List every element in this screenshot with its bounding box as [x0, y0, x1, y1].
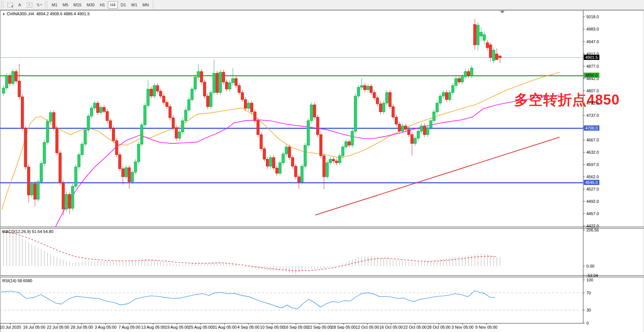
time-axis-label: 16 Jul 05:00	[23, 325, 45, 329]
time-axis-label: 22 Sep 05:00	[307, 325, 332, 329]
rsi-scale-label: 30	[586, 308, 591, 312]
time-axis-label: 28 Sep 05:00	[331, 325, 355, 329]
price-tag-support-blue: 4700.0	[584, 125, 599, 131]
time-axis-label: 7 Aug 05:00	[119, 325, 141, 329]
price-axis-label: 5018.0	[586, 15, 599, 19]
time-axis-label: 16 Oct 05:00	[380, 325, 403, 329]
macd-scale-label: 0.00	[586, 264, 594, 268]
macd-scale-label: 206.56	[586, 228, 599, 232]
price-axis-label: 4772.0	[586, 101, 599, 105]
time-axis-line	[0, 323, 583, 323]
rsi-line	[1, 291, 495, 309]
axis-ticks	[10, 17, 585, 325]
price-axis-label: 4597.0	[586, 162, 599, 167]
chart-title: ▼CHINA300-,H4 4894.2 4908.6 4886.4 4901.…	[2, 12, 90, 16]
time-axis-label: 28 Oct 05:00	[427, 325, 451, 329]
price-axis-label: 4983.0	[586, 27, 599, 31]
chart-canvas[interactable]	[0, 0, 644, 332]
price-axis-label: 4667.0	[586, 138, 599, 142]
time-axis-label: 22 Jul 05:00	[47, 325, 69, 329]
rsi-scale-label: 0	[586, 321, 589, 325]
symbol-dropdown-caret-icon[interactable]: ▼	[2, 13, 5, 16]
macd-scale-label: -53.04	[586, 273, 598, 278]
price-tag-current-price: 4901.5	[584, 55, 599, 60]
time-axis-label: 13 Aug 05:00	[141, 325, 165, 329]
time-axis-label: 10 Sep 05:00	[260, 325, 284, 329]
mt4-chart-screen: { "toolbar": { "tools": [ {"name": "fibo…	[0, 0, 644, 332]
trendline[interactable]	[315, 137, 560, 215]
price-axis-label: 4807.0	[586, 89, 599, 93]
price-axis-line	[583, 10, 583, 323]
time-axis-label: 3 Nov 05:00	[451, 325, 473, 329]
time-axis-label: 3 Aug 05:00	[95, 325, 117, 329]
time-axis-label: 16 Sep 05:00	[284, 325, 308, 329]
price-axis-label: 4457.0	[586, 211, 599, 216]
time-axis-label: 12 Oct 05:00	[356, 325, 379, 329]
macd-layer	[2, 230, 500, 274]
panel-separator[interactable]	[0, 275, 644, 277]
rsi-layer	[0, 291, 583, 310]
price-axis-label: 4632.0	[586, 150, 599, 154]
price-axis-label: 4562.0	[586, 175, 599, 179]
rsi-scale-label: 100	[586, 278, 593, 282]
time-axis-label: 4 Sep 05:00	[237, 325, 259, 329]
time-axis-label: 19 Aug 05:00	[165, 325, 189, 329]
time-axis-label: 9 Nov 05:00	[475, 325, 497, 329]
ohlc-readout: 4894.2 4908.6 4886.4 4901.5	[36, 12, 90, 16]
time-axis-label: 28 Jul 05:00	[71, 325, 93, 329]
time-axis-label: 10 Jul 2020	[0, 325, 21, 329]
symbol-timeframe-label: CHINA300-,H4	[7, 12, 34, 16]
price-axis-label: 4877.0	[586, 64, 599, 68]
price-axis-label: 4947.0	[586, 39, 599, 44]
macd-signal-line	[2, 232, 497, 271]
price-axis-label: 4492.0	[586, 199, 599, 204]
chinese-annotation: 多空转折点4850	[514, 90, 620, 109]
time-axis-label: 22 Oct 05:00	[403, 325, 427, 329]
candles-layer	[2, 19, 501, 216]
ma-slow-line	[54, 95, 560, 229]
time-axis-label: 25 Aug 05:00	[189, 325, 213, 329]
price-tag-support-blue: 4545.0	[584, 180, 599, 185]
rsi-label: RSI(14) 58.6580	[2, 278, 32, 283]
rsi-scale-label: 70	[586, 291, 591, 295]
main-plot-layer[interactable]	[0, 19, 583, 230]
price-tag-pivot-green: 4850.0	[584, 73, 599, 78]
time-axis-label: 31 Aug 05:00	[213, 325, 237, 329]
panel-separator[interactable]	[0, 227, 644, 229]
macd-label: MACD(12,26,9) 51.54 54.80	[2, 229, 54, 234]
chart-shift-marker-icon[interactable]	[500, 11, 505, 13]
price-axis-label: 4737.0	[586, 113, 599, 118]
price-axis-label: 4527.0	[586, 187, 599, 191]
